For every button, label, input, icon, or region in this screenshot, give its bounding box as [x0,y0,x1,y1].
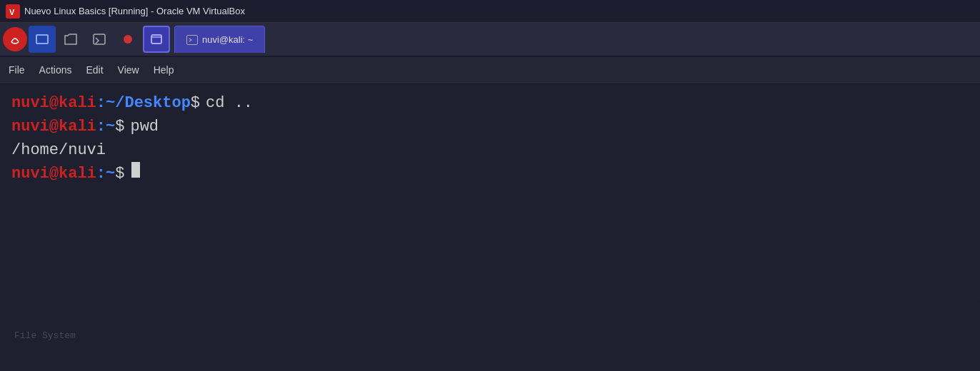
prompt-dollar-4: $ [115,162,124,186]
terminal-tab[interactable]: nuvi@kali: ~ [174,26,265,53]
terminal-line-2: nuvi@kali :~ $ pwd [11,115,969,138]
record-toolbar-btn[interactable] [114,26,141,53]
terminal-line-3: /home/nuvi [11,138,969,162]
vm-toolbar: nuvi@kali: ~ [0,23,980,57]
svg-rect-4 [151,35,161,44]
terminal-line-1: nuvi@kali :~/Desktop $ cd .. [11,91,969,115]
prompt-user-1: nuvi@kali [11,91,96,115]
terminal-line-4: nuvi@kali :~ $ [11,162,969,186]
watermark-text: File System [14,329,76,343]
terminal-menubar: File Actions Edit View Help [0,57,980,83]
tab-terminal-icon [186,35,198,45]
prompt-dollar-1: $ [191,91,200,115]
prompt-path-2: :~ [96,115,115,138]
menu-edit[interactable]: Edit [86,64,103,76]
svg-text:V: V [9,8,15,16]
titlebar: V Nuevo Linux Basics [Running] - Oracle … [0,0,980,23]
command-1: cd .. [206,91,253,115]
resize-toolbar-btn[interactable] [143,26,170,53]
menu-view[interactable]: View [118,64,139,76]
terminal-cursor [131,162,140,178]
tab-bar: nuvi@kali: ~ [174,26,265,53]
prompt-user-4: nuvi@kali [11,162,96,186]
virtualbox-icon: V [6,4,20,19]
window-title: Nuevo Linux Basics [Running] - Oracle VM… [24,6,974,16]
prompt-path-4: :~ [96,162,115,186]
output-1: /home/nuvi [11,138,106,162]
prompt-dollar-2: $ [115,115,124,138]
terminal-content[interactable]: nuvi@kali :~/Desktop $ cd .. nuvi@kali :… [0,83,980,371]
folder-toolbar-btn[interactable] [57,26,84,53]
menu-actions[interactable]: Actions [39,64,72,76]
menu-file[interactable]: File [9,64,25,76]
terminal-window: File Actions Edit View Help nuvi@kali :~… [0,57,980,371]
screen-toolbar-btn[interactable] [29,26,56,53]
command-2: pwd [130,115,159,138]
terminal-toolbar-btn[interactable] [86,26,113,53]
prompt-path-1: :~/Desktop [96,91,191,115]
svg-rect-3 [94,34,105,44]
prompt-user-2: nuvi@kali [11,115,96,138]
kali-watermark [623,228,980,371]
tab-label: nuvi@kali: ~ [202,34,253,45]
menu-help[interactable]: Help [154,64,174,76]
kali-toolbar-btn[interactable] [3,27,27,51]
